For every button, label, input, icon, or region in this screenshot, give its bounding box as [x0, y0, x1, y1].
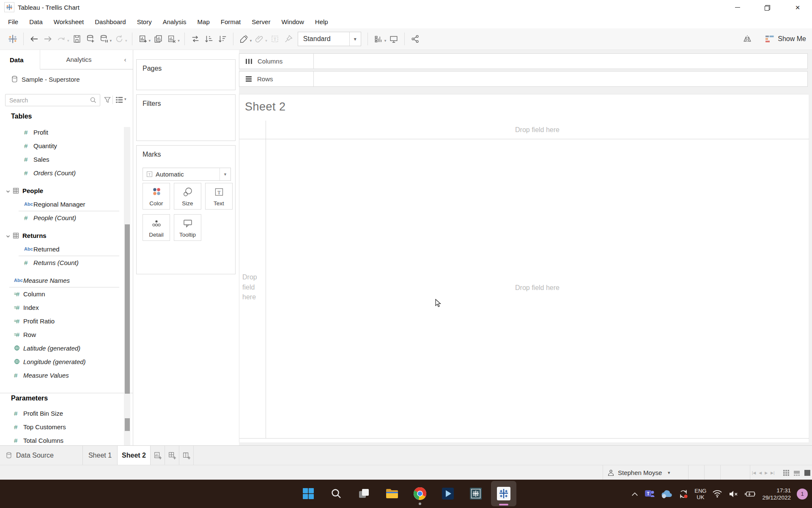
field-row[interactable]: Longitude (generated): [0, 355, 123, 368]
sidebar-scrollbar-thumb[interactable]: [125, 224, 130, 394]
flip-preview-icon[interactable]: [741, 32, 754, 46]
start-button[interactable]: [296, 481, 321, 506]
tooltip-button[interactable]: Tooltip: [174, 214, 201, 241]
collapse-chevron-icon[interactable]: [6, 232, 10, 239]
parameter-row[interactable]: #Total Columns: [0, 433, 123, 445]
drop-field-hint-columns[interactable]: Drop field here: [266, 126, 809, 134]
search-input[interactable]: [5, 94, 100, 106]
duplicate-icon[interactable]: [151, 32, 165, 46]
first-sheet-icon[interactable]: |◀: [752, 471, 756, 475]
field-row[interactable]: #Orders (Count): [0, 166, 123, 179]
columns-shelf[interactable]: Columns: [239, 53, 808, 69]
language-indicator[interactable]: ENG UK: [694, 488, 706, 500]
field-row[interactable]: #Returns (Count): [0, 256, 123, 269]
rows-shelf[interactable]: Rows: [239, 71, 808, 87]
filters-card[interactable]: Filters: [136, 94, 236, 141]
new-worksheet-icon[interactable]: [136, 32, 150, 46]
menu-dashboard[interactable]: Dashboard: [89, 15, 131, 28]
tray-overflow-chevron-icon[interactable]: [631, 491, 639, 497]
field-row[interactable]: Latitude (generated): [0, 341, 123, 355]
swap-rows-and-columns-icon[interactable]: [189, 32, 202, 46]
pause-auto-updates-icon[interactable]: [97, 32, 111, 46]
drop-field-hint-rows[interactable]: Drop field here: [242, 272, 264, 302]
mark-type-dropdown[interactable]: T Automatic ▼: [143, 168, 231, 181]
field-row[interactable]: AbcReturned: [0, 242, 123, 256]
tableau-button[interactable]: [491, 481, 516, 506]
tableau-logo-icon[interactable]: [6, 32, 19, 46]
new-dashboard-button[interactable]: [165, 446, 179, 465]
user-menu[interactable]: Stephen Moyse ▼: [608, 465, 671, 480]
taskbar-search-button[interactable]: [324, 481, 349, 506]
new-story-button[interactable]: [179, 446, 194, 465]
filter-icon[interactable]: [104, 97, 111, 103]
last-sheet-icon[interactable]: ▶|: [771, 471, 774, 475]
notification-badge[interactable]: 1: [797, 489, 808, 500]
menu-format[interactable]: Format: [215, 15, 247, 28]
tab-data-source[interactable]: Data Source: [0, 446, 83, 465]
media-player-button[interactable]: [435, 481, 461, 506]
detail-button[interactable]: Detail: [143, 214, 170, 241]
tab-sheet-2[interactable]: Sheet 2: [118, 446, 151, 465]
show-filmstrip-icon[interactable]: [794, 470, 800, 476]
fit-selector[interactable]: Standard ▼: [298, 32, 361, 46]
view-canvas[interactable]: Sheet 2 Drop field here Drop field here …: [239, 94, 809, 442]
parameters-scrollbar-thumb[interactable]: [125, 418, 130, 431]
parameter-row[interactable]: #Profit Bin Size: [0, 406, 123, 420]
volume-muted-icon[interactable]: [728, 490, 738, 498]
share-workbook-icon[interactable]: [409, 32, 422, 46]
menu-server[interactable]: Server: [246, 15, 276, 28]
view-options-icon[interactable]: [116, 97, 123, 103]
undo-icon[interactable]: [27, 32, 41, 46]
color-button[interactable]: Color: [143, 183, 170, 210]
file-explorer-button[interactable]: [379, 481, 405, 506]
field-row[interactable]: =#Row: [0, 328, 123, 341]
show-sheet-tabs-icon[interactable]: [783, 470, 789, 476]
field-row[interactable]: AbcRegional Manager: [0, 197, 123, 211]
field-row[interactable]: #People (Count): [0, 211, 123, 224]
collapse-chevron-icon[interactable]: [6, 187, 10, 194]
field-row[interactable]: #Measure Values: [0, 368, 123, 382]
fit-selector-caret-icon[interactable]: ▼: [349, 32, 361, 46]
highlight-icon[interactable]: [237, 32, 251, 46]
field-row[interactable]: =#Profit Ratio: [0, 314, 123, 328]
tab-data[interactable]: Data: [0, 50, 40, 69]
tableau-public-button[interactable]: [463, 481, 488, 506]
drop-field-hint-center[interactable]: Drop field here: [266, 284, 809, 292]
battery-charging-icon[interactable]: [744, 490, 756, 498]
menu-data[interactable]: Data: [24, 15, 48, 28]
field-row[interactable]: #Quantity: [0, 139, 123, 152]
new-worksheet-button[interactable]: [151, 446, 165, 465]
pages-card[interactable]: Pages: [136, 59, 236, 90]
tab-sheet-1[interactable]: Sheet 1: [83, 446, 118, 465]
tab-analytics[interactable]: Analytics: [40, 50, 118, 69]
show-hide-cards-icon[interactable]: [372, 32, 385, 46]
sheet-title[interactable]: Sheet 2: [245, 100, 286, 113]
task-view-button[interactable]: [351, 481, 377, 506]
menu-story[interactable]: Story: [132, 15, 157, 28]
clear-sheet-icon[interactable]: [165, 32, 178, 46]
clock[interactable]: 17:31 29/12/2022: [762, 487, 791, 501]
menu-file[interactable]: File: [3, 15, 24, 28]
onedrive-icon[interactable]: [661, 490, 672, 498]
hide-tabs-icon[interactable]: [804, 470, 810, 476]
field-row[interactable]: AbcMeasure Names: [0, 273, 123, 287]
user-menu-caret-icon[interactable]: ▼: [667, 471, 671, 475]
menu-worksheet[interactable]: Worksheet: [48, 15, 89, 28]
field-row[interactable]: =#Column: [0, 287, 123, 301]
save-icon[interactable]: [70, 32, 84, 46]
show-me-button[interactable]: Show Me: [765, 35, 806, 43]
redo-icon[interactable]: [41, 32, 55, 46]
teams-icon[interactable]: T: [645, 489, 655, 499]
field-row[interactable]: Returns: [0, 229, 123, 242]
size-button[interactable]: Size: [174, 183, 201, 210]
presentation-mode-icon[interactable]: [387, 32, 401, 46]
minimize-button[interactable]: [725, 0, 750, 15]
datasource-item[interactable]: Sample - Superstore: [0, 71, 133, 87]
field-row[interactable]: #Sales: [0, 152, 123, 166]
mark-type-caret-icon[interactable]: ▼: [219, 168, 230, 180]
parameter-row[interactable]: #Top Customers: [0, 420, 123, 433]
view-options-caret-icon[interactable]: ▾: [124, 97, 126, 101]
field-row[interactable]: =#Index: [0, 301, 123, 314]
menu-analysis[interactable]: Analysis: [157, 15, 192, 28]
chrome-button[interactable]: [407, 481, 433, 506]
